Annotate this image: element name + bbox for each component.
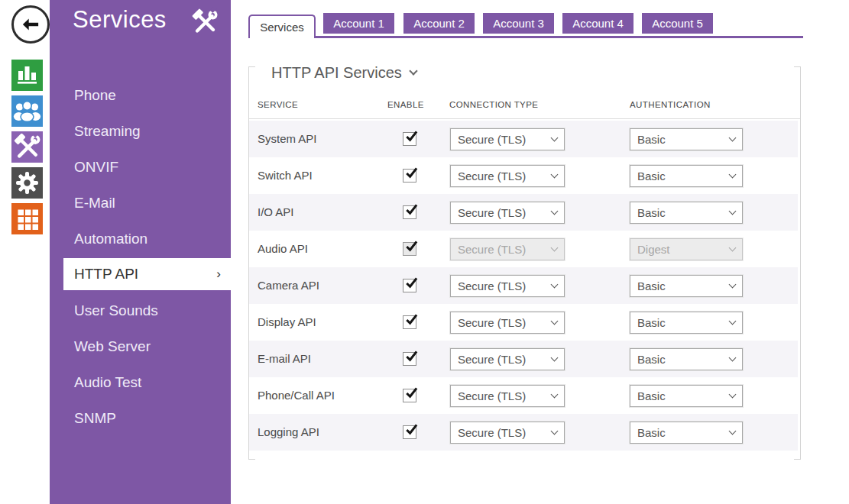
tab-services[interactable]: Services: [248, 15, 316, 38]
chevron-down-icon: [729, 428, 737, 435]
sidebar-item-web-server[interactable]: Web Server: [50, 328, 231, 364]
sidebar-item-automation[interactable]: Automation: [50, 221, 231, 257]
table-row: I/O API Secure (TLS) Basic: [249, 194, 798, 231]
tab-account-5[interactable]: Account 5: [642, 13, 713, 34]
sidebar-item-label: Automation: [74, 231, 147, 247]
grid-icon: [11, 203, 43, 234]
enable-checkbox[interactable]: [403, 315, 416, 329]
select-value: Basic: [637, 170, 666, 183]
select-value: Secure (TLS): [458, 426, 526, 439]
connection-type-select[interactable]: Secure (TLS): [450, 275, 565, 297]
column-service: SERVICE: [258, 100, 298, 109]
authentication-select[interactable]: Basic: [630, 202, 743, 224]
enable-checkbox[interactable]: [403, 425, 416, 439]
sidebar-item-email[interactable]: E-Mail: [50, 185, 231, 221]
authentication-select[interactable]: Basic: [630, 275, 743, 297]
connection-type-select[interactable]: Secure (TLS): [450, 202, 565, 224]
authentication-select[interactable]: Basic: [630, 422, 743, 444]
connection-type-select[interactable]: Secure (TLS): [450, 312, 565, 334]
panel-border: [794, 66, 801, 67]
users-icon: [11, 95, 43, 127]
select-value: Basic: [637, 389, 666, 402]
sidebar-item-user-sounds[interactable]: User Sounds: [50, 292, 231, 328]
select-value: Secure (TLS): [458, 279, 526, 292]
authentication-select[interactable]: Basic: [630, 165, 743, 187]
collapse-chevron-icon: [409, 66, 417, 75]
chevron-right-icon: ›: [216, 267, 221, 282]
select-value: Secure (TLS): [458, 133, 526, 146]
tools-icon: [190, 7, 220, 37]
connection-type-select[interactable]: Secure (TLS): [450, 238, 565, 260]
sidebar-item-label: SNMP: [74, 410, 116, 427]
chevron-down-icon: [551, 244, 559, 252]
sidebar-item-phone[interactable]: Phone: [50, 77, 231, 113]
enable-checkbox[interactable]: [403, 169, 416, 183]
nav-tile-hardware[interactable]: [11, 203, 43, 234]
sidebar-item-label: Audio Test: [74, 374, 141, 391]
sidebar-item-http-api[interactable]: HTTP API ›: [63, 258, 231, 290]
authentication-select[interactable]: Basic: [630, 348, 743, 370]
gear-icon: [11, 167, 43, 199]
panel-border: [248, 459, 255, 460]
bar-chart-icon: [11, 60, 43, 91]
select-value: Digest: [637, 243, 670, 256]
enable-checkbox[interactable]: [403, 279, 416, 292]
chevron-down-icon: [551, 318, 559, 325]
service-label: I/O API: [258, 194, 294, 231]
chevron-down-icon: [729, 281, 737, 289]
chevron-down-icon: [729, 318, 737, 325]
column-enable: ENABLE: [387, 100, 424, 109]
nav-tile-system[interactable]: [11, 167, 43, 199]
connection-type-select[interactable]: Secure (TLS): [450, 422, 565, 444]
authentication-select[interactable]: Basic: [630, 312, 743, 334]
panel-border: [794, 459, 801, 460]
panel-title[interactable]: HTTP API Services: [271, 64, 416, 82]
sidebar-item-label: Phone: [74, 87, 116, 104]
table-row: Switch API Secure (TLS) Basic: [249, 157, 798, 194]
sidebar-header: Services: [50, 0, 231, 47]
enable-checkbox[interactable]: [403, 205, 416, 219]
select-value: Basic: [637, 353, 666, 366]
connection-type-select[interactable]: Secure (TLS): [450, 165, 565, 187]
chevron-down-icon: [551, 171, 559, 179]
sidebar-item-label: HTTP API: [74, 266, 138, 283]
column-authentication: AUTHENTICATION: [630, 100, 711, 109]
sidebar-item-snmp[interactable]: SNMP: [50, 400, 231, 436]
back-button[interactable]: [11, 5, 50, 44]
enable-checkbox[interactable]: [403, 242, 416, 256]
sidebar-menu: Phone Streaming ONVIF E-Mail Automation …: [50, 77, 231, 436]
enable-checkbox[interactable]: [403, 352, 416, 366]
enable-checkbox[interactable]: [403, 389, 416, 402]
sidebar-item-label: Streaming: [74, 123, 141, 140]
service-label: Camera API: [258, 267, 319, 304]
tab-account-4[interactable]: Account 4: [562, 13, 634, 34]
tab-underline: [248, 36, 803, 38]
sidebar-item-audio-test[interactable]: Audio Test: [50, 364, 231, 400]
sidebar-item-onvif[interactable]: ONVIF: [50, 149, 231, 185]
connection-type-select[interactable]: Secure (TLS): [450, 385, 565, 407]
connection-type-select[interactable]: Secure (TLS): [450, 348, 565, 370]
tab-account-2[interactable]: Account 2: [403, 13, 475, 34]
chevron-down-icon: [729, 244, 737, 252]
select-value: Secure (TLS): [458, 353, 526, 366]
authentication-select[interactable]: Basic: [630, 385, 743, 407]
enable-checkbox[interactable]: [403, 132, 416, 146]
select-value: Basic: [637, 426, 666, 439]
service-label: Switch API: [258, 157, 313, 194]
chevron-down-icon: [729, 171, 737, 179]
nav-tile-services[interactable]: [11, 131, 43, 163]
sidebar-item-streaming[interactable]: Streaming: [50, 113, 231, 149]
connection-type-select[interactable]: Secure (TLS): [450, 128, 565, 150]
tab-account-1[interactable]: Account 1: [323, 13, 394, 34]
service-label: Audio API: [258, 231, 308, 267]
tab-account-3[interactable]: Account 3: [483, 13, 554, 34]
back-arrow-icon: [20, 16, 41, 33]
authentication-select[interactable]: Basic: [630, 128, 743, 150]
table-row: Logging API Secure (TLS) Basic: [249, 414, 798, 451]
authentication-select[interactable]: Digest: [630, 238, 743, 260]
select-value: Secure (TLS): [458, 170, 526, 183]
nav-tile-directory[interactable]: [11, 95, 43, 127]
chevron-down-icon: [551, 428, 559, 435]
nav-tile-status[interactable]: [11, 60, 43, 91]
table-row: Camera API Secure (TLS) Basic: [249, 267, 798, 304]
